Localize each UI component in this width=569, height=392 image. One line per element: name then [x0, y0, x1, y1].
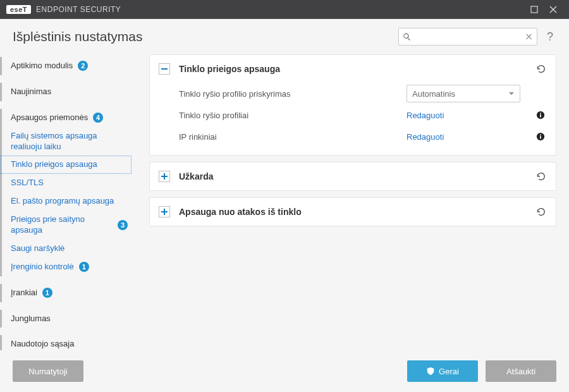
info-icon[interactable] — [534, 111, 547, 119]
revert-icon[interactable] — [534, 205, 547, 218]
sidebar-badge: 3 — [118, 220, 128, 230]
product-name: ENDPOINT SECURITY — [36, 5, 121, 14]
sidebar-subitem[interactable]: Įrenginio kontrolė1 — [0, 258, 132, 276]
panel-header[interactable]: Tinklo prieigos apsauga — [150, 55, 556, 83]
svg-rect-9 — [164, 173, 165, 180]
panel-title: Apsauga nuo atakos iš tinklo — [179, 207, 534, 217]
panel-body: Tinklo ryšio profilio priskyrimasAutomat… — [150, 83, 556, 155]
settings-panel: Apsauga nuo atakos iš tinklo — [149, 197, 556, 226]
svg-rect-0 — [531, 6, 537, 13]
sidebar-item[interactable]: Apsaugos priemonės4 — [0, 109, 132, 127]
svg-rect-7 — [540, 135, 541, 136]
setting-label: Tinklo ryšio profilio priskyrimas — [179, 89, 407, 99]
panel-title: Tinklo prieigos apsauga — [179, 64, 534, 74]
sidebar-item-label: Junglumas — [11, 314, 51, 324]
defaults-button[interactable]: Numatytoji — [13, 360, 83, 382]
setting-row: IP rinkiniaiRedaguoti — [179, 126, 547, 147]
sidebar: Aptikimo modulis2NaujinimasApsaugos prie… — [0, 52, 139, 350]
cancel-button[interactable]: Atšaukti — [486, 360, 556, 382]
ok-button[interactable]: Gerai — [407, 360, 478, 382]
sidebar-item[interactable]: Įrankiai1 — [0, 284, 132, 302]
setting-row: Tinklo ryšio profiliaiRedaguoti — [179, 104, 547, 126]
sidebar-subitem-label: Prieigos prie saityno apsauga — [11, 214, 113, 236]
help-button[interactable]: ? — [544, 30, 556, 44]
sidebar-subitem[interactable]: El. pašto programų apsauga — [0, 192, 132, 211]
setting-label: Tinklo ryšio profiliai — [179, 111, 407, 120]
select-dropdown[interactable]: Automatinis — [407, 85, 520, 102]
ok-button-label: Gerai — [439, 367, 459, 376]
sidebar-item-label: Aptikimo modulis — [11, 61, 73, 71]
sidebar-subitem[interactable]: Failų sistemos apsauga realiuoju laiku — [0, 127, 132, 156]
chevron-down-icon — [508, 89, 515, 99]
svg-rect-3 — [540, 114, 541, 117]
sidebar-item[interactable]: Aptikimo modulis2 — [0, 57, 132, 75]
brand-logo: eseT — [6, 5, 31, 14]
sidebar-item-label: Naudotojo sąsaja — [11, 339, 74, 350]
window-close-icon[interactable] — [544, 0, 563, 19]
panel-title: Užkarda — [179, 171, 534, 181]
panel-header[interactable]: Apsauga nuo atakos iš tinklo — [150, 198, 556, 226]
page-title: Išplėstinis nustatymas — [13, 29, 142, 44]
revert-icon[interactable] — [534, 170, 547, 183]
shield-icon — [426, 367, 435, 376]
expand-icon[interactable] — [159, 171, 170, 182]
select-value: Automatinis — [412, 89, 455, 99]
setting-control: Redaguoti — [407, 111, 529, 120]
search-icon — [403, 32, 411, 41]
sidebar-item[interactable]: Naujinimas — [0, 83, 132, 101]
sidebar-badge: 1 — [79, 262, 89, 272]
info-icon[interactable] — [534, 132, 547, 141]
sidebar-subitem-label: SSL/TLS — [11, 178, 44, 188]
sidebar-subitem-label: Įrenginio kontrolė — [11, 262, 74, 273]
collapse-icon[interactable] — [159, 63, 170, 75]
setting-row: Tinklo ryšio profilio priskyrimasAutomat… — [179, 83, 547, 104]
svg-rect-11 — [164, 209, 165, 215]
content-area: Tinklo prieigos apsaugaTinklo ryšio prof… — [139, 52, 556, 350]
bottom-bar: Numatytoji Gerai Atšaukti — [0, 350, 569, 392]
sidebar-item[interactable]: Junglumas — [0, 310, 132, 328]
edit-link[interactable]: Redaguoti — [407, 111, 444, 120]
sidebar-badge: 1 — [42, 288, 52, 298]
sidebar-badge: 2 — [78, 61, 88, 71]
sidebar-subitem-label: Failų sistemos apsauga realiuoju laiku — [11, 131, 128, 152]
settings-panel: Užkarda — [149, 162, 556, 191]
setting-control: Automatinis — [407, 85, 529, 102]
sidebar-item[interactable]: Naudotojo sąsaja — [0, 335, 132, 350]
sidebar-subitem[interactable]: SSL/TLS — [0, 174, 132, 192]
sidebar-subitem-label: Tinklo prieigos apsauga — [11, 159, 97, 170]
sidebar-subitem[interactable]: Tinklo prieigos apsauga — [0, 156, 132, 174]
titlebar: eseT ENDPOINT SECURITY — [0, 0, 569, 19]
sidebar-subitem[interactable]: Saugi naršyklė — [0, 240, 132, 258]
settings-panel: Tinklo prieigos apsaugaTinklo ryšio prof… — [149, 54, 556, 156]
sidebar-subitem[interactable]: Prieigos prie saityno apsauga3 — [0, 211, 132, 240]
expand-icon[interactable] — [159, 206, 170, 217]
svg-rect-4 — [540, 113, 541, 114]
setting-label: IP rinkiniai — [179, 132, 407, 142]
search-box[interactable] — [398, 28, 537, 46]
clear-icon[interactable] — [525, 32, 533, 41]
revert-icon[interactable] — [534, 63, 547, 75]
sidebar-item-label: Apsaugos priemonės — [11, 113, 88, 123]
setting-control: Redaguoti — [407, 132, 529, 142]
svg-rect-1 — [161, 68, 168, 70]
search-input[interactable] — [411, 32, 525, 42]
panel-header[interactable]: Užkarda — [150, 162, 556, 190]
sidebar-item-label: Įrankiai — [11, 288, 37, 298]
sidebar-subitem-label: Saugi naršyklė — [11, 243, 64, 254]
header-row: Išplėstinis nustatymas ? — [0, 19, 569, 52]
sidebar-item-label: Naujinimas — [11, 87, 51, 97]
sidebar-badge: 4 — [93, 113, 103, 123]
edit-link[interactable]: Redaguoti — [407, 132, 444, 142]
window-maximize-icon[interactable] — [525, 0, 544, 19]
svg-rect-6 — [540, 136, 541, 138]
sidebar-subitem-label: El. pašto programų apsauga — [11, 196, 114, 207]
